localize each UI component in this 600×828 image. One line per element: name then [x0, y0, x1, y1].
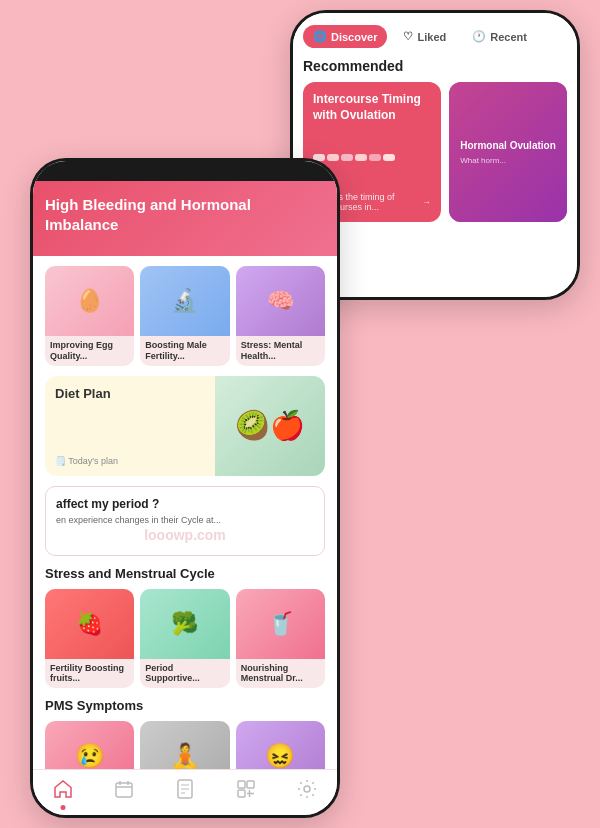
- card-hormonal-title: Hormonal Ovulation: [460, 140, 556, 152]
- pms-card-nourishing2[interactable]: 😖 Nourishing Menstrual Dr...: [236, 721, 325, 769]
- heart-icon: ♡: [403, 30, 413, 43]
- svg-rect-8: [238, 781, 245, 788]
- card-intercourse-title: Intercourse Timing with Ovulation: [313, 92, 431, 123]
- recommended-cards: Intercourse Timing with Ovulation What i…: [303, 82, 567, 222]
- notch-bar: [33, 161, 337, 181]
- notch: [145, 165, 225, 181]
- pms-card-period2[interactable]: 🧘 Period Supportive...: [140, 721, 229, 769]
- card-hormonal[interactable]: Hormonal Ovulation What horm...: [449, 82, 567, 222]
- card-nourishing-drink[interactable]: 🥤 Nourishing Menstrual Dr...: [236, 589, 325, 689]
- pms-card-period2-img: 🧘: [140, 721, 229, 769]
- card-hormonal-subtitle: What horm...: [460, 156, 556, 165]
- card-mental-label: Stress: Mental Health...: [236, 336, 325, 366]
- phone-front: High Bleeding and Hormonal Imbalance 🥚 I…: [30, 158, 340, 818]
- nav-notes[interactable]: [174, 778, 196, 805]
- bottom-nav: [33, 769, 337, 815]
- header-article-title: High Bleeding and Hormonal Imbalance: [45, 195, 325, 234]
- stress-section-title: Stress and Menstrual Cycle: [45, 566, 325, 581]
- pms-section-title: PMS Symptoms: [45, 698, 325, 713]
- pms-card-crying-img: 😢: [45, 721, 134, 769]
- affect-title: affect my period ?: [56, 497, 314, 511]
- svg-rect-10: [238, 790, 245, 797]
- card-mental-health[interactable]: 🧠 Stress: Mental Health...: [236, 266, 325, 366]
- card-male-label: Boosting Male Fertility...: [140, 336, 229, 366]
- card-period-label: Period Supportive...: [140, 659, 229, 689]
- card-male-fertility[interactable]: 🔬 Boosting Male Fertility...: [140, 266, 229, 366]
- diet-plan-card[interactable]: Diet Plan 🗒️ Today's plan 🥝🍎: [45, 376, 325, 476]
- cards-row-1: 🥚 Improving Egg Quality... 🔬 Boosting Ma…: [33, 266, 337, 366]
- front-header: High Bleeding and Hormonal Imbalance: [33, 181, 337, 256]
- pms-cards-row: 😢 Crying in Ovulation 🧘 Period Supportiv…: [33, 721, 337, 769]
- clock-icon: 🕐: [472, 30, 486, 43]
- card-egg-quality[interactable]: 🥚 Improving Egg Quality...: [45, 266, 134, 366]
- card-fertility-fruits[interactable]: 🍓 Fertility Boosting fruits...: [45, 589, 134, 689]
- nav-calendar[interactable]: [113, 778, 135, 805]
- card-period-img: 🥦: [140, 589, 229, 659]
- affect-banner: affect my period ? en experience changes…: [45, 486, 325, 556]
- diet-plan-title: Diet Plan: [55, 386, 205, 401]
- affect-text: en experience changes in their Cycle at.…: [56, 515, 314, 525]
- svg-rect-0: [116, 783, 132, 797]
- card-fertility-img: 🍓: [45, 589, 134, 659]
- tab-liked-label: Liked: [417, 31, 446, 43]
- nav-grid[interactable]: [235, 778, 257, 805]
- tab-discover[interactable]: 🌐 Discover: [303, 25, 387, 48]
- recommended-label: Recommended: [303, 58, 567, 74]
- tab-discover-label: Discover: [331, 31, 377, 43]
- diet-plan-text: Diet Plan 🗒️ Today's plan: [45, 376, 215, 476]
- card-egg-label: Improving Egg Quality...: [45, 336, 134, 366]
- pms-card-nourishing2-img: 😖: [236, 721, 325, 769]
- nav-home[interactable]: [52, 778, 74, 805]
- svg-point-13: [304, 786, 310, 792]
- tab-recent[interactable]: 🕐 Recent: [462, 25, 537, 48]
- nav-home-dot: [61, 805, 66, 810]
- tab-liked[interactable]: ♡ Liked: [393, 25, 456, 48]
- card-period-supportive[interactable]: 🥦 Period Supportive...: [140, 589, 229, 689]
- nav-settings[interactable]: [296, 778, 318, 805]
- card-nourishing-img: 🥤: [236, 589, 325, 659]
- diet-plan-img: 🥝🍎: [215, 376, 325, 476]
- card-fertility-label: Fertility Boosting fruits...: [45, 659, 134, 689]
- cards-row-stress: 🍓 Fertility Boosting fruits... 🥦 Period …: [33, 589, 337, 689]
- svg-rect-9: [247, 781, 254, 788]
- tab-recent-label: Recent: [490, 31, 527, 43]
- card-nourishing-label: Nourishing Menstrual Dr...: [236, 659, 325, 689]
- main-scroll[interactable]: High Bleeding and Hormonal Imbalance 🥚 I…: [33, 181, 337, 769]
- card-male-img: 🔬: [140, 266, 229, 336]
- tab-bar: 🌐 Discover ♡ Liked 🕐 Recent: [303, 25, 567, 48]
- card-egg-img: 🥚: [45, 266, 134, 336]
- globe-icon: 🌐: [313, 30, 327, 43]
- pms-card-crying[interactable]: 😢 Crying in Ovulation: [45, 721, 134, 769]
- card-mental-img: 🧠: [236, 266, 325, 336]
- watermark: looowp.com: [56, 527, 314, 543]
